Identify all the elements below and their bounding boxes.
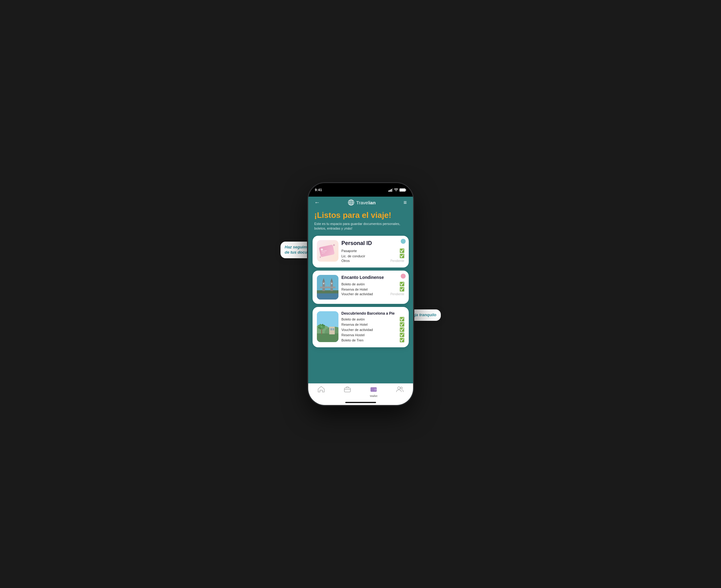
barcelona-item-train: Boleto de Tren ✅ bbox=[342, 338, 405, 342]
personal-id-item-license: Lic. de conducir ✅ bbox=[342, 254, 405, 258]
svg-rect-32 bbox=[317, 333, 338, 342]
check-icon: ✅ bbox=[399, 333, 405, 337]
london-title: Encanto Londinense bbox=[342, 275, 405, 280]
london-item-flight: Boleto de avión ✅ bbox=[342, 282, 405, 286]
nav-wallet[interactable]: Wallet bbox=[365, 386, 382, 398]
svg-rect-27 bbox=[331, 283, 332, 284]
signal-icon bbox=[388, 188, 393, 192]
status-time: 9:41 bbox=[315, 188, 322, 192]
svg-rect-18 bbox=[317, 290, 338, 293]
svg-point-48 bbox=[400, 387, 402, 389]
battery-icon bbox=[399, 188, 406, 192]
wallet-label: Wallet bbox=[370, 395, 377, 398]
personal-id-dot bbox=[401, 239, 406, 244]
svg-rect-7 bbox=[391, 189, 392, 192]
svg-rect-6 bbox=[390, 190, 391, 192]
check-icon: ✅ bbox=[399, 317, 405, 321]
brand-text: Travelian bbox=[356, 200, 376, 205]
london-item-hotel: Reserva de Hotel ✅ bbox=[342, 287, 405, 292]
svg-rect-35 bbox=[333, 328, 334, 330]
status-icons bbox=[388, 188, 406, 192]
id-illustration: ✦ ✦ bbox=[317, 240, 338, 261]
nav-people[interactable] bbox=[391, 386, 408, 394]
people-icon bbox=[396, 386, 404, 394]
svg-rect-8 bbox=[392, 188, 393, 192]
back-button[interactable]: ← bbox=[314, 200, 320, 206]
barcelona-title: Descubriendo Barcelona a Pie bbox=[342, 311, 405, 316]
london-item-voucher: Voucher de actividad Pendiente bbox=[342, 292, 405, 296]
check-icon: ✅ bbox=[399, 338, 405, 342]
svg-rect-33 bbox=[329, 327, 335, 334]
hero-title: ¡Listos para el viaje! bbox=[314, 211, 407, 220]
personal-id-item-passport: Pasaporte ✅ bbox=[342, 248, 405, 253]
svg-rect-36 bbox=[321, 328, 322, 334]
london-illustration bbox=[317, 275, 338, 299]
hero-subtitle: Este es tu espacio para guardar document… bbox=[314, 222, 407, 231]
london-content: Encanto Londinense Boleto de avión ✅ Res… bbox=[342, 275, 405, 296]
personal-id-item-otros: Otros Pendiente bbox=[342, 259, 405, 262]
wallet-icon bbox=[370, 386, 377, 394]
home-icon bbox=[318, 386, 325, 394]
app-navbar: ← Travelian ≡ bbox=[308, 196, 413, 208]
status-bar: 9:41 bbox=[308, 183, 413, 196]
menu-button[interactable]: ≡ bbox=[404, 200, 407, 206]
svg-rect-42 bbox=[344, 388, 350, 392]
globe-icon bbox=[348, 199, 354, 206]
card-personal-id[interactable]: ✦ ✦ Personal ID Pasaporte ✅ Lic. de cond… bbox=[313, 236, 409, 268]
barcelona-item-hostel: Reserva Hostel ✅ bbox=[342, 333, 405, 337]
check-icon: ✅ bbox=[399, 327, 405, 332]
card-london[interactable]: Encanto Londinense Boleto de avión ✅ Res… bbox=[313, 271, 409, 304]
barcelona-svg bbox=[317, 311, 338, 342]
nav-bag[interactable] bbox=[339, 386, 356, 394]
barcelona-item-flight: Boleto de avión ✅ bbox=[342, 317, 405, 321]
personal-id-title: Personal ID bbox=[342, 240, 405, 247]
brand: Travelian bbox=[348, 199, 376, 206]
svg-point-41 bbox=[321, 326, 323, 328]
check-icon: ✅ bbox=[399, 254, 405, 258]
wifi-icon bbox=[394, 188, 398, 192]
personal-id-content: Personal ID Pasaporte ✅ Lic. de conducir… bbox=[342, 240, 405, 263]
check-icon: ✅ bbox=[399, 322, 405, 327]
svg-point-47 bbox=[398, 387, 400, 389]
svg-rect-26 bbox=[323, 283, 324, 284]
scene: Haz seguimiento de tus documentos. Prepa… bbox=[281, 155, 441, 433]
hero-section: ¡Listos para el viaje! Este es tu espaci… bbox=[308, 208, 413, 233]
check-icon: ✅ bbox=[399, 248, 405, 253]
dynamic-island bbox=[348, 186, 373, 193]
pending-badge: Pendiente bbox=[390, 259, 404, 262]
barcelona-illustration bbox=[317, 311, 338, 342]
nav-home[interactable] bbox=[313, 386, 330, 394]
phone-frame: 9:41 bbox=[308, 183, 413, 405]
barcelona-item-hotel: Reserva de Hotel ✅ bbox=[342, 322, 405, 327]
home-indicator bbox=[345, 402, 376, 403]
svg-rect-25 bbox=[320, 287, 335, 288]
barcelona-content: Descubriendo Barcelona a Pie Boleto de a… bbox=[342, 311, 405, 343]
check-icon: ✅ bbox=[399, 282, 405, 286]
bag-icon bbox=[344, 386, 351, 394]
phone-screen: ← Travelian ≡ ¡Listos para el viaje! Es bbox=[308, 196, 413, 405]
svg-rect-5 bbox=[388, 190, 389, 192]
svg-point-46 bbox=[374, 389, 375, 390]
london-svg bbox=[317, 275, 338, 299]
svg-rect-10 bbox=[405, 189, 406, 190]
barcelona-item-voucher: Voucher de actividad ✅ bbox=[342, 327, 405, 332]
check-icon: ✅ bbox=[399, 287, 405, 292]
london-dot bbox=[401, 274, 406, 279]
svg-rect-17 bbox=[317, 293, 338, 299]
svg-rect-9 bbox=[399, 189, 405, 191]
svg-rect-34 bbox=[330, 328, 332, 330]
cards-area: ✦ ✦ Personal ID Pasaporte ✅ Lic. de cond… bbox=[308, 233, 413, 383]
card-barcelona[interactable]: Descubriendo Barcelona a Pie Boleto de a… bbox=[313, 307, 409, 347]
pending-badge: Pendiente bbox=[390, 292, 404, 296]
